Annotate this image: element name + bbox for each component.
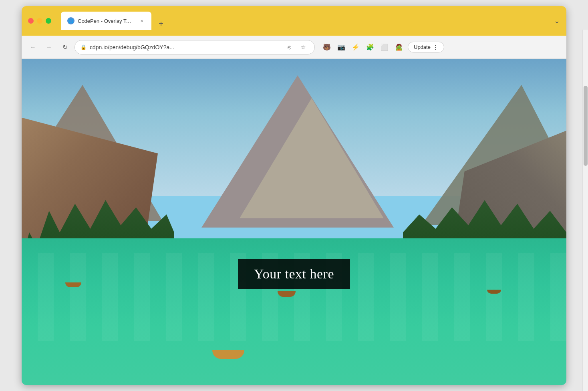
active-tab[interactable]: 🌐 CodePen - Overlay Text on Ima ×: [61, 12, 151, 30]
bookmark-button[interactable]: ☆: [297, 41, 309, 53]
minimize-traffic-light[interactable]: [37, 18, 42, 24]
back-button[interactable]: ←: [26, 41, 39, 54]
tab-close-button[interactable]: ×: [139, 18, 145, 24]
tab-favicon: 🌐: [67, 17, 75, 24]
overlay-text-container: Your text here: [238, 259, 350, 289]
new-tab-button[interactable]: +: [155, 17, 167, 30]
forward-button[interactable]: →: [42, 41, 55, 54]
lightning-extension-icon[interactable]: ⚡: [350, 42, 361, 53]
scrollbar[interactable]: [582, 30, 588, 391]
puzzle-extension-icon[interactable]: 🧩: [364, 42, 376, 53]
address-bar[interactable]: 🔒 cdpn.io/pen/debug/bGQzdOY?a... ⎋ ☆: [75, 40, 315, 54]
bear-extension-icon[interactable]: 🐻: [321, 42, 332, 53]
tab-title: CodePen - Overlay Text on Ima: [78, 18, 134, 24]
boat-main: [212, 343, 244, 359]
avatar-extension-icon[interactable]: 🧟: [393, 42, 405, 53]
boat-hull: [212, 350, 244, 359]
close-traffic-light[interactable]: [28, 18, 34, 24]
extensions-area: 🐻 📷 ⚡ 🧩 ⬜ 🧟 Update ⋮: [321, 42, 444, 53]
tabs-area: 🌐 CodePen - Overlay Text on Ima × +: [61, 12, 560, 30]
lock-icon: 🔒: [81, 44, 87, 50]
scrollbar-thumb[interactable]: [584, 86, 588, 166]
address-actions: ⎋ ☆: [283, 41, 309, 53]
content-area: Your text here: [22, 59, 566, 385]
address-text: cdpn.io/pen/debug/bGQzdOY?a...: [90, 44, 280, 50]
title-bar: 🌐 CodePen - Overlay Text on Ima × + ⌄: [22, 6, 566, 36]
maximize-traffic-light[interactable]: [46, 18, 51, 24]
reload-button[interactable]: ↻: [58, 41, 71, 54]
browser-window: 🌐 CodePen - Overlay Text on Ima × + ⌄ ← …: [22, 6, 566, 385]
sidebar-extension-icon[interactable]: ⬜: [379, 42, 390, 53]
boat-small-left: [65, 282, 81, 287]
navbar: ← → ↻ 🔒 cdpn.io/pen/debug/bGQzdOY?a... ⎋…: [22, 36, 566, 59]
overlay-text: Your text here: [254, 266, 334, 281]
tab-overflow-button[interactable]: ⌄: [554, 16, 560, 25]
share-button[interactable]: ⎋: [283, 41, 295, 53]
camera-extension-icon[interactable]: 📷: [336, 42, 347, 53]
traffic-lights: [28, 18, 51, 24]
mountain-center-overlay: [240, 98, 384, 218]
update-button[interactable]: Update ⋮: [408, 42, 444, 52]
boat-small-right: [487, 290, 501, 294]
